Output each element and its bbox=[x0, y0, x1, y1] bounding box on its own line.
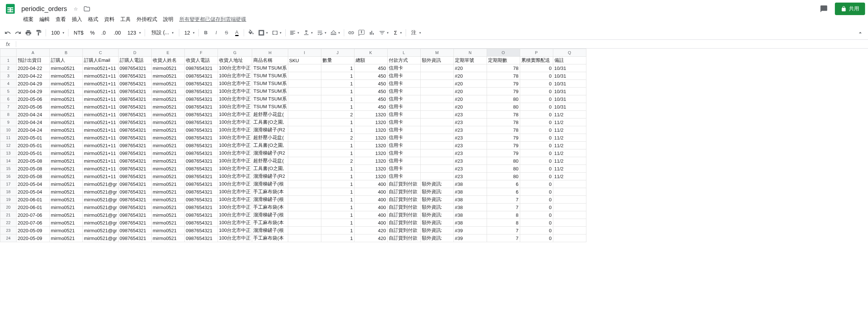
cell[interactable]: mirmo0521 bbox=[50, 64, 83, 72]
col-header-L[interactable]: L bbox=[387, 49, 420, 57]
cell[interactable]: 0987654321 bbox=[184, 64, 218, 72]
cell[interactable]: mirmo0521 bbox=[151, 64, 184, 72]
cell[interactable]: mirmo0521 bbox=[151, 95, 184, 103]
cell[interactable]: 0987654321 bbox=[184, 173, 218, 180]
undo-icon[interactable] bbox=[3, 28, 13, 38]
cell[interactable]: 0987654321 bbox=[184, 227, 218, 234]
cell[interactable]: #20 bbox=[454, 72, 487, 80]
col-header-C[interactable]: C bbox=[83, 49, 119, 57]
cell[interactable]: 手工麻布袋(本 bbox=[252, 188, 288, 196]
cell[interactable] bbox=[553, 234, 586, 242]
cell[interactable]: mirmo0521+11 bbox=[83, 134, 119, 142]
cell[interactable]: 0 bbox=[520, 204, 553, 211]
row-header[interactable]: 24 bbox=[0, 234, 17, 242]
font-select[interactable]: 預設 (... bbox=[147, 28, 177, 38]
save-status[interactable]: 所有變更都已儲存到雲端硬碟 bbox=[179, 16, 246, 23]
cell[interactable]: mirmo0521 bbox=[50, 165, 83, 173]
comment-icon[interactable] bbox=[357, 28, 366, 38]
cell[interactable]: 8 bbox=[487, 211, 520, 219]
cell[interactable]: mirmo0521+11 bbox=[83, 149, 119, 157]
cell[interactable] bbox=[420, 126, 454, 134]
print-icon[interactable] bbox=[24, 28, 33, 38]
cell[interactable] bbox=[288, 157, 321, 165]
cell[interactable] bbox=[288, 180, 321, 188]
cell[interactable]: #39 bbox=[454, 227, 487, 234]
col-header-Q[interactable]: Q bbox=[553, 49, 586, 57]
cell[interactable]: 2 bbox=[321, 111, 354, 119]
menu-編輯[interactable]: 編輯 bbox=[36, 15, 53, 24]
row-header[interactable]: 1 bbox=[0, 57, 17, 64]
cell[interactable]: 0 bbox=[520, 142, 553, 149]
col-header-A[interactable]: A bbox=[17, 49, 50, 57]
menu-說明[interactable]: 說明 bbox=[160, 15, 176, 24]
cell[interactable]: 0 bbox=[520, 149, 553, 157]
cell[interactable]: 11/2 bbox=[553, 134, 586, 142]
menu-外掛程式[interactable]: 外掛程式 bbox=[134, 15, 160, 24]
cell[interactable]: 0 bbox=[520, 72, 553, 80]
select-all-corner[interactable] bbox=[0, 49, 17, 57]
cell[interactable]: mirmo0521 bbox=[151, 88, 184, 95]
cell[interactable]: 0 bbox=[520, 119, 553, 126]
row-header[interactable]: 4 bbox=[0, 80, 17, 88]
merge-cells-icon[interactable] bbox=[270, 28, 283, 38]
cell[interactable]: mirmo0521 bbox=[151, 173, 184, 180]
cell[interactable]: 0987654321 bbox=[118, 64, 151, 72]
cell[interactable]: mirmo0521+11 bbox=[83, 142, 119, 149]
cell[interactable]: 2020-05-01 bbox=[17, 149, 50, 157]
cell[interactable] bbox=[288, 95, 321, 103]
cell[interactable]: 信用卡 bbox=[387, 119, 420, 126]
star-icon[interactable]: ☆ bbox=[71, 4, 80, 13]
row-header[interactable]: 16 bbox=[0, 173, 17, 180]
cell[interactable]: mirmo0521@gr bbox=[83, 227, 119, 234]
cell[interactable]: 2020-04-24 bbox=[17, 126, 50, 134]
cell[interactable]: 0987654321 bbox=[184, 165, 218, 173]
cell[interactable]: 1320 bbox=[354, 119, 387, 126]
cell[interactable]: 1 bbox=[321, 103, 354, 111]
comments-icon[interactable] bbox=[817, 2, 830, 15]
valign-icon[interactable] bbox=[301, 28, 314, 38]
cell[interactable] bbox=[288, 72, 321, 80]
cell[interactable]: 額外資訊: bbox=[420, 227, 454, 234]
row-header[interactable]: 18 bbox=[0, 188, 17, 196]
cell[interactable]: 超舒壓小花盆( bbox=[252, 157, 288, 165]
cell[interactable]: 0 bbox=[520, 234, 553, 242]
cell[interactable]: 額外資訊: bbox=[420, 219, 454, 227]
cell[interactable]: mirmo0521 bbox=[50, 234, 83, 242]
cell[interactable] bbox=[288, 111, 321, 119]
cell[interactable]: 7 bbox=[487, 227, 520, 234]
cell[interactable]: 信用卡 bbox=[387, 95, 420, 103]
cell[interactable]: 0987654321 bbox=[118, 111, 151, 119]
row-header[interactable]: 11 bbox=[0, 134, 17, 142]
cell[interactable]: 450 bbox=[354, 64, 387, 72]
cell[interactable]: 0987654321 bbox=[184, 219, 218, 227]
cell[interactable]: 2020-07-06 bbox=[17, 219, 50, 227]
cell[interactable]: 78 bbox=[487, 111, 520, 119]
cell[interactable]: mirmo0521@gr bbox=[83, 196, 119, 204]
cell[interactable]: TSUM TSUM系 bbox=[252, 80, 288, 88]
cell[interactable]: 0987654321 bbox=[118, 234, 151, 242]
cell[interactable]: #38 bbox=[454, 196, 487, 204]
cell[interactable]: mirmo0521 bbox=[50, 196, 83, 204]
cell[interactable] bbox=[420, 64, 454, 72]
cell[interactable]: 0987654321 bbox=[118, 227, 151, 234]
cell[interactable]: 0987654321 bbox=[184, 103, 218, 111]
cell[interactable]: 2020-05-09 bbox=[17, 227, 50, 234]
cell[interactable]: 自訂貨到付款 bbox=[387, 196, 420, 204]
cell[interactable]: #23 bbox=[454, 149, 487, 157]
cell[interactable]: #23 bbox=[454, 134, 487, 142]
rotate-icon[interactable] bbox=[329, 28, 342, 38]
cell[interactable]: 手工麻布袋(本 bbox=[252, 234, 288, 242]
cell[interactable]: mirmo0521+11 bbox=[83, 80, 119, 88]
cell[interactable]: 信用卡 bbox=[387, 88, 420, 95]
cell[interactable]: 商品名稱 bbox=[252, 57, 288, 64]
cell[interactable]: 8 bbox=[487, 219, 520, 227]
cell[interactable]: 79 bbox=[487, 80, 520, 88]
row-header[interactable]: 8 bbox=[0, 111, 17, 119]
cell[interactable] bbox=[288, 219, 321, 227]
cell[interactable]: 收貨人姓名 bbox=[151, 57, 184, 64]
cell[interactable]: 100台北市中正 bbox=[218, 157, 252, 165]
cell[interactable] bbox=[553, 180, 586, 188]
cell[interactable]: 自訂貨到付款 bbox=[387, 211, 420, 219]
cell[interactable]: mirmo0521 bbox=[50, 95, 83, 103]
cell[interactable]: 420 bbox=[354, 234, 387, 242]
